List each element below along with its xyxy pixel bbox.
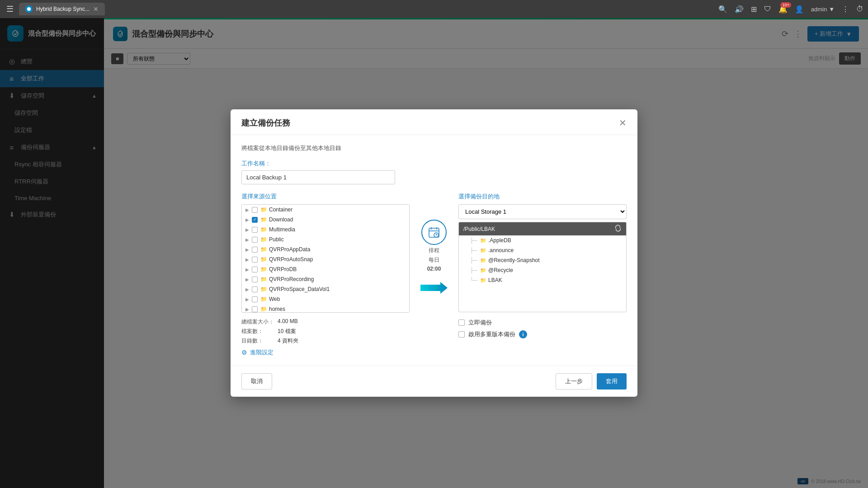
options-section: 立即備份 啟用多重版本備份 i <box>458 319 627 338</box>
tree-arrow-container: ▶ <box>245 207 249 212</box>
dest-folder-icon-recently-snapshot: 📁 <box>480 258 486 263</box>
volume-icon[interactable]: 🔊 <box>735 5 744 14</box>
tree-label-qvrproautosnap: QVRProAutoSnap <box>269 256 313 263</box>
tree-checkbox-multimedia[interactable] <box>252 227 258 233</box>
apply-button[interactable]: 套用 <box>597 373 627 389</box>
dest-storage-select[interactable]: Local Storage 1 <box>458 204 627 219</box>
svg-marker-6 <box>420 282 448 294</box>
tree-checkbox-web[interactable] <box>252 296 258 302</box>
tree-checkbox-public[interactable] <box>252 237 258 243</box>
dest-label-recycle: @Recycle <box>488 267 513 273</box>
file-count-row: 檔案數： 10 檔案 <box>241 328 410 335</box>
tree-checkbox-qvrprospace[interactable] <box>252 286 258 292</box>
tab-title: Hybrid Backup Sync... <box>36 6 90 12</box>
tree-folder-qvrproappdata: 📁 <box>260 246 267 253</box>
dest-tree-item-announce[interactable]: ├─ 📁 .announce <box>459 245 626 255</box>
advanced-settings-row[interactable]: ⚙ 進階設定 <box>241 348 410 357</box>
prev-button[interactable]: 上一步 <box>556 373 592 389</box>
tree-label-qvrprorecording: QVRProRecording <box>269 276 314 282</box>
multiversion-info-icon[interactable]: i <box>519 330 527 338</box>
dir-count-label: 目錄數： <box>241 337 278 345</box>
task-name-label: 工作名稱： <box>241 160 627 168</box>
tree-item-web[interactable]: ▶ 📁 Web <box>242 294 409 304</box>
dest-path-label: /Public/LBAK <box>463 226 495 232</box>
tree-checkbox-qvrproautosnap[interactable] <box>252 257 258 263</box>
layers-icon[interactable]: ⊞ <box>751 5 757 14</box>
dialog-body: 將檔案從本地目錄備份至其他本地目錄 工作名稱： 選擇來源位置 ▶ 📁 Conta… <box>231 135 637 366</box>
dest-tree-item-appledb[interactable]: ├─ 📁 .AppleDB <box>459 235 626 245</box>
instant-backup-checkbox[interactable] <box>458 319 465 326</box>
tree-arrow-qvrprorecording: ▶ <box>245 277 249 282</box>
source-section-label: 選擇來源位置 <box>241 192 410 201</box>
dest-label-recently-snapshot: @Recently-Snapshot <box>488 257 540 263</box>
tree-item-qvrprorecording[interactable]: ▶ 📁 QVRProRecording <box>242 274 409 284</box>
admin-button[interactable]: admin ▼ <box>811 6 835 13</box>
tree-item-qvrprospace[interactable]: ▶ 📁 QVRProSpace_DataVol1 <box>242 284 409 294</box>
tree-arrow-qvrproautosnap: ▶ <box>245 257 249 262</box>
tree-item-download[interactable]: ▶ ✓ 📁 Download <box>242 215 409 225</box>
tree-item-qvrproappdata[interactable]: ▶ 📁 QVRProAppData <box>242 244 409 254</box>
tree-checkbox-container[interactable] <box>252 207 258 213</box>
dialog-subtitle: 將檔案從本地目錄備份至其他本地目錄 <box>241 144 627 152</box>
tree-folder-qvrprospace: 📁 <box>260 286 267 292</box>
tree-checkbox-homes[interactable] <box>252 306 258 312</box>
tree-label-qvrproappdata: QVRProAppData <box>269 246 310 253</box>
advanced-settings-icon: ⚙ <box>241 349 247 356</box>
tree-item-qvrprodb[interactable]: ▶ 📁 QVRProDB <box>242 264 409 274</box>
tree-arrow-web: ▶ <box>245 297 249 302</box>
schedule-daily: 每日 <box>429 256 439 264</box>
dest-tree-header: /Public/LBAK <box>459 222 626 235</box>
more-options-icon[interactable]: ⋮ <box>842 5 849 14</box>
tab-favicon <box>25 5 33 13</box>
dest-folder-icon-announce: 📁 <box>480 248 486 253</box>
tree-item-container[interactable]: ▶ 📁 Container <box>242 205 409 215</box>
multiversion-row: 啟用多重版本備份 i <box>458 330 627 338</box>
security-icon[interactable]: 🛡 <box>764 5 771 13</box>
dest-line-appledb: ├─ <box>470 237 477 244</box>
tree-label-container: Container <box>269 206 292 213</box>
schedule-icon <box>421 220 447 245</box>
tree-item-qvrproautosnap[interactable]: ▶ 📁 QVRProAutoSnap <box>242 254 409 264</box>
modal-overlay: 建立備份任務 ✕ 將檔案從本地目錄備份至其他本地目錄 工作名稱： 選擇來源位置 … <box>0 18 868 488</box>
cancel-button[interactable]: 取消 <box>241 373 272 389</box>
dialog-header: 建立備份任務 ✕ <box>231 109 637 135</box>
tab-close-button[interactable]: ✕ <box>93 5 99 13</box>
dest-label-lbak: LBAK <box>488 277 502 283</box>
dest-section-label: 選擇備份目的地 <box>458 192 627 201</box>
dest-tree-item-lbak[interactable]: └─ 📁 LBAK <box>459 275 626 285</box>
tree-arrow-qvrprospace: ▶ <box>245 287 249 292</box>
tree-folder-multimedia: 📁 <box>260 226 267 233</box>
tree-folder-container: 📁 <box>260 206 267 213</box>
dest-refresh-icon[interactable] <box>614 225 622 233</box>
tree-folder-qvrprodb: 📁 <box>260 266 267 272</box>
source-file-tree[interactable]: ▶ 📁 Container ▶ ✓ 📁 Download <box>241 204 410 313</box>
dest-tree-item-recycle[interactable]: ├─ 📁 @Recycle <box>459 265 626 275</box>
dir-count-value: 4 資料夾 <box>278 337 298 345</box>
tree-item-homes[interactable]: ▶ 📁 homes <box>242 304 409 313</box>
search-icon[interactable]: 🔍 <box>718 5 727 14</box>
browser-menu-icon[interactable]: ☰ <box>5 2 15 16</box>
tree-checkbox-download[interactable]: ✓ <box>252 217 258 223</box>
dest-tree-item-recently-snapshot[interactable]: ├─ 📁 @Recently-Snapshot <box>459 255 626 265</box>
dest-label-appledb: .AppleDB <box>488 237 511 244</box>
clock-icon[interactable]: ⏱ <box>856 5 863 13</box>
dialog-title: 建立備份任務 <box>241 117 290 128</box>
dest-line-announce: ├─ <box>470 247 477 253</box>
user-icon[interactable]: 👤 <box>795 5 804 14</box>
tree-checkbox-qvrprodb[interactable] <box>252 267 258 272</box>
tree-folder-qvrprorecording: 📁 <box>260 276 267 282</box>
destination-section: 選擇備份目的地 Local Storage 1 /Public/LBAK <box>458 192 627 342</box>
multiversion-checkbox[interactable] <box>458 331 465 338</box>
tree-label-homes: homes <box>269 306 285 312</box>
tree-item-multimedia[interactable]: ▶ 📁 Multimedia <box>242 225 409 235</box>
tree-item-public[interactable]: ▶ 📁 Public <box>242 235 409 244</box>
tree-checkbox-qvrprorecording[interactable] <box>252 277 258 282</box>
file-stats: 總檔案大小： 4.00 MB 檔案數： 10 檔案 目錄數： 4 資料夾 <box>241 318 410 345</box>
tree-arrow-public: ▶ <box>245 237 249 242</box>
notification-icon[interactable]: 🔔10+ <box>778 5 788 14</box>
browser-tab[interactable]: Hybrid Backup Sync... ✕ <box>19 3 105 15</box>
tree-checkbox-qvrproappdata[interactable] <box>252 247 258 253</box>
dialog-close-button[interactable]: ✕ <box>619 117 627 128</box>
dest-file-tree[interactable]: /Public/LBAK <box>458 222 627 312</box>
task-name-input[interactable] <box>241 170 395 184</box>
